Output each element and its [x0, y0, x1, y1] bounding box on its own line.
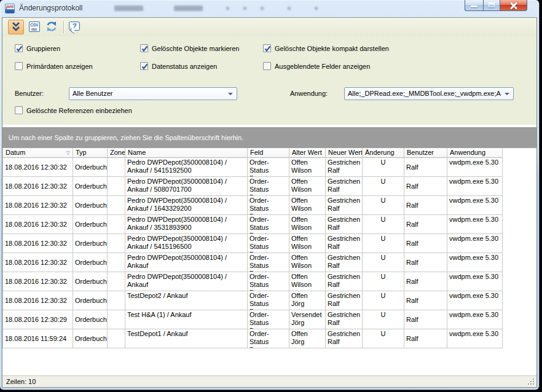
titlebar-blur-artifact — [261, 7, 264, 10]
row-count-label: Zeilen: 10 — [6, 378, 36, 385]
table-row[interactable]: 18.08.2016 11:59:24OrderbuchTestDepot1 /… — [3, 329, 503, 348]
checkbox-label: Primärdaten anzeigen — [26, 63, 93, 70]
column-header-anwendung[interactable]: Anwendung — [447, 148, 503, 158]
cell-neuer-wert: Gestrichen Ralf — [326, 329, 363, 348]
cell-typ: Orderbuch — [73, 215, 108, 234]
cell-feld: Order-Status Benutzer — [248, 253, 289, 272]
column-header-datum[interactable]: Datum▽ — [3, 148, 73, 158]
checkbox-checked-icon[interactable] — [263, 44, 271, 52]
export-csv-button[interactable]: CSV — [27, 20, 43, 34]
cell-name: Pedro DWPDepot(3500008104) / Ankauf — [125, 272, 248, 291]
refresh-button[interactable] — [44, 20, 60, 34]
cell-typ: Orderbuch — [73, 234, 108, 253]
maximize-button[interactable] — [483, 0, 500, 11]
table-row[interactable]: 18.08.2016 12:30:32OrderbuchPedro DWPDep… — [3, 177, 503, 196]
cell-benutzer: Ralf — [404, 234, 447, 253]
table-row[interactable]: 18.08.2016 12:30:32OrderbuchPedro DWPDep… — [3, 234, 503, 253]
cell-datum: 18.08.2016 12:30:32 — [3, 196, 73, 215]
column-header-typ[interactable]: Typ — [73, 148, 108, 158]
cell-anwendung: vwdpm.exe 5.30 — [447, 234, 503, 253]
window-title: Änderungsprotokoll — [19, 4, 82, 12]
cell-anwendung: vwdpm.exe 5.30 — [447, 272, 503, 291]
cell-name: Pedro DWPDepot(3500008104) / Ankauf — [125, 253, 248, 272]
cell-feld: Order-Status Benutzer — [248, 272, 289, 291]
table-row[interactable]: 18.08.2016 12:30:29OrderbuchTest H&A (1)… — [3, 310, 503, 329]
benutzer-select[interactable]: Alle Benutzer — [69, 87, 237, 100]
anwendung-label: Anwendung: — [290, 90, 328, 97]
column-header-label: Zone — [110, 149, 125, 156]
column-header-benutzer[interactable]: Benutzer — [404, 148, 447, 158]
expand-options-button[interactable] — [8, 20, 24, 34]
cell-typ: Orderbuch — [73, 177, 108, 196]
resize-grip[interactable] — [527, 378, 535, 386]
cell-feld: Order-Status Benutzer — [248, 234, 289, 253]
cell-feld: Order-Status Benutzer — [248, 329, 289, 348]
column-header-änderung[interactable]: Änderung — [363, 148, 404, 158]
titlebar-blur-artifact — [243, 7, 246, 10]
column-header-label: Änderung — [365, 149, 395, 156]
cell-alter-wert: Offen Wilson — [289, 196, 326, 215]
column-header-label: Anwendung — [450, 149, 485, 156]
checkbox-label: Gelöschte Objekte kompakt darstellen — [275, 45, 389, 52]
checkbox-gelöschte-objekte-markieren[interactable]: Gelöschte Objekte markieren — [140, 44, 239, 52]
anwendung-select[interactable]: Alle;_DPRead.exe;_MMDBTool.exe;_vwdpm.ex… — [344, 87, 514, 100]
table-row[interactable]: 18.08.2016 12:30:32OrderbuchTestDepot2 /… — [3, 291, 503, 310]
titlebar-blur-artifact — [315, 7, 318, 10]
cell-neuer-wert: Gestrichen Ralf — [326, 158, 363, 177]
cell-alter-wert: Offen Jörg — [289, 291, 326, 310]
title-bar[interactable]: pm Änderungsprotokoll — [0, 0, 539, 17]
cell-datum: 18.08.2016 12:30:32 — [3, 253, 73, 272]
cell-zone — [108, 196, 125, 215]
help-button[interactable]: ? — [67, 20, 83, 34]
cell-name: Pedro DWPDepot(3500008104) / Ankauf / 54… — [125, 234, 248, 253]
table-header-row: Datum▽TypZoneNameFeldAlter WertNeuer Wer… — [2, 148, 503, 158]
table-row[interactable]: 18.08.2016 12:30:32OrderbuchPedro DWPDep… — [3, 253, 503, 272]
minimize-button[interactable] — [465, 0, 483, 11]
checkbox-checked-icon[interactable] — [15, 44, 23, 52]
checkbox-checked-icon[interactable] — [140, 44, 148, 52]
cell-änderung: U — [363, 177, 404, 196]
checkbox-checked-icon[interactable] — [140, 62, 148, 70]
cell-alter-wert: Offen Jörg — [289, 329, 326, 348]
cell-datum: 18.08.2016 12:30:32 — [3, 215, 73, 234]
column-header-feld[interactable]: Feld — [248, 148, 289, 158]
filter-panel: Benutzer: Alle Benutzer Anwendung: Alle;… — [2, 36, 536, 125]
cell-zone — [108, 253, 125, 272]
cell-datum: 18.08.2016 12:30:32 — [3, 272, 73, 291]
group-by-bar[interactable]: Um nach einer Spalte zu gruppieren, zieh… — [2, 127, 536, 148]
cell-zone — [108, 291, 125, 310]
cell-name: Test H&A (1) / Ankauf — [125, 310, 248, 329]
column-header-label: Name — [128, 149, 146, 156]
cell-änderung: U — [363, 272, 404, 291]
checkbox-gruppieren[interactable]: Gruppieren — [15, 44, 60, 52]
checkbox-unchecked-icon[interactable] — [15, 106, 23, 114]
table-row[interactable]: 18.08.2016 12:30:32OrderbuchPedro DWPDep… — [3, 215, 503, 234]
cell-zone — [108, 215, 125, 234]
cell-neuer-wert: Gestrichen Ralf — [326, 234, 363, 253]
column-header-zone[interactable]: Zone — [108, 148, 125, 158]
column-header-alter-wert[interactable]: Alter Wert — [289, 148, 326, 158]
checkbox-gelöschte-objekte-kompakt-darstellen[interactable]: Gelöschte Objekte kompakt darstellen — [263, 44, 389, 52]
cell-benutzer: Ralf — [404, 310, 447, 329]
table-row[interactable]: 18.08.2016 12:30:32OrderbuchPedro DWPDep… — [3, 158, 503, 177]
checkbox-ausgeblendete-felder-anzeigen[interactable]: Ausgeblendete Felder anzeigen — [263, 62, 370, 70]
cell-alter-wert: Offen Wilson — [289, 234, 326, 253]
close-button[interactable] — [500, 0, 527, 11]
cell-alter-wert: Offen Wilson — [289, 253, 326, 272]
cell-benutzer: Ralf — [404, 329, 447, 348]
table-row[interactable]: 18.08.2016 12:30:32OrderbuchPedro DWPDep… — [3, 196, 503, 215]
cell-alter-wert: Offen Wilson — [289, 272, 326, 291]
cell-neuer-wert: Gestrichen Ralf — [326, 291, 363, 310]
table-row[interactable]: 18.08.2016 12:30:32OrderbuchPedro DWPDep… — [3, 272, 503, 291]
checkbox-label: Gruppieren — [26, 45, 60, 52]
checkbox-datenstatus-anzeigen[interactable]: Datenstatus anzeigen — [140, 62, 217, 70]
anwendung-selected-value: Alle;_DPRead.exe;_MMDBTool.exe;_vwdpm.ex… — [348, 90, 501, 97]
column-header-name[interactable]: Name — [125, 148, 248, 158]
checkbox-primärdaten-anzeigen[interactable]: Primärdaten anzeigen — [15, 62, 93, 70]
checkbox-unchecked-icon[interactable] — [263, 62, 271, 70]
titlebar-blur-artifact — [114, 6, 143, 11]
checkbox-unchecked-icon[interactable] — [15, 62, 23, 70]
checkbox-gelöschte-referenzen-einbeziehen[interactable]: Gelöschte Referenzen einbeziehen — [15, 106, 132, 114]
cell-typ: Orderbuch — [73, 310, 108, 329]
column-header-neuer-wert[interactable]: Neuer Wert — [326, 148, 363, 158]
